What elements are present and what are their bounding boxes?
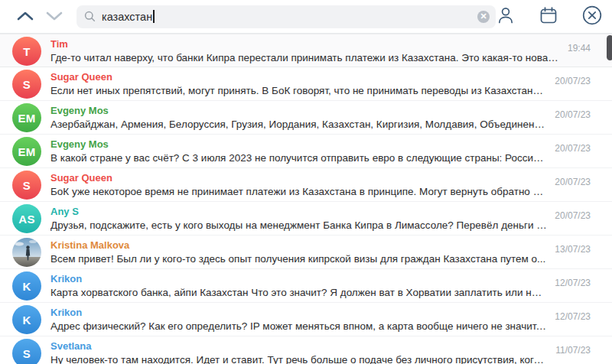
message-date: 20/07/23 (555, 210, 591, 235)
message-preview: Если нет иных препятствий, могут принять… (50, 83, 547, 98)
search-input[interactable]: казахстан ✕ (76, 5, 496, 28)
search-by-date-button[interactable] (539, 5, 558, 28)
search-header: казахстан ✕ (0, 0, 612, 34)
search-icon (84, 11, 96, 22)
chevron-down-icon (44, 9, 64, 24)
search-result-row[interactable]: K Krikon Адрес физический? Как его опред… (0, 303, 612, 336)
search-query-text: казахстан (102, 11, 152, 23)
message-date: 20/07/23 (555, 177, 591, 201)
search-result-row[interactable]: S Sugar Queen Если нет иных препятствий,… (0, 67, 612, 101)
avatar: EM (12, 137, 41, 166)
sender-name: Evgeny Mos (50, 104, 547, 117)
message-preview: Где-то читал наверху, что банки Кипра пе… (50, 50, 560, 65)
avatar: EM (12, 103, 41, 132)
message-date: 13/07/23 (555, 244, 591, 268)
message-date: 20/07/23 (555, 143, 591, 167)
message-preview: Азербайджан, Армения, Белоруссия, Грузия… (50, 117, 547, 132)
sender-name: Sugar Queen (50, 70, 547, 83)
message-preview: БоК уже некоторое время не принимает пла… (50, 184, 547, 199)
text-caret (153, 10, 155, 23)
header-actions (496, 5, 604, 28)
message-preview: Всем привет! Был ли у кого-то здесь опыт… (50, 252, 547, 266)
avatar: K (12, 271, 41, 301)
message-date: 20/07/23 (555, 76, 591, 100)
search-result-row[interactable]: S Sugar Queen БоК уже некоторое время не… (0, 168, 612, 202)
close-search-button[interactable] (581, 5, 603, 28)
message-date: 11/07/23 (555, 345, 591, 364)
calendar-icon (539, 5, 558, 28)
search-result-row[interactable]: T Tim Где-то читал наверху, что банки Ки… (0, 34, 612, 67)
search-result-row[interactable]: Kristina Malkova Всем привет! Был ли у к… (0, 236, 612, 269)
search-prev-button[interactable] (11, 9, 40, 24)
search-next-button[interactable] (40, 9, 69, 24)
search-results-list: T Tim Где-то читал наверху, что банки Ки… (0, 34, 612, 364)
sender-name: Any S (50, 205, 547, 218)
search-result-row[interactable]: EM Evgeny Mos В какой стране у вас счёт?… (0, 135, 612, 168)
close-circle-icon (581, 5, 603, 28)
search-results-panel: казахстан ✕ T (0, 0, 612, 364)
message-date: 12/07/23 (555, 278, 591, 302)
message-date: 12/07/23 (555, 311, 591, 336)
search-result-row[interactable]: S Svetlana Ну человек-то там находится. … (0, 336, 612, 364)
message-preview: Карта хорватского банка, айпи Казахстан … (50, 285, 547, 300)
clear-search-button[interactable]: ✕ (477, 11, 490, 23)
sender-name: Krikon (50, 272, 547, 285)
avatar: K (12, 305, 41, 334)
search-result-row[interactable]: AS Any S Друзья, подскажите, есть у кого… (0, 202, 612, 236)
message-preview: Адрес физический? Как его определить? IP… (50, 319, 547, 333)
avatar: S (12, 70, 41, 99)
search-result-row[interactable]: EM Evgeny Mos Азербайджан, Армения, Бело… (0, 101, 612, 135)
avatar: S (12, 171, 41, 200)
search-result-row[interactable]: K Krikon Карта хорватского банка, айпи К… (0, 269, 612, 303)
message-date: 19:44 (568, 43, 591, 67)
avatar: S (12, 339, 41, 364)
person-icon (496, 5, 516, 28)
avatar: AS (12, 204, 41, 233)
avatar (12, 238, 41, 267)
sender-name: Krikon (50, 306, 547, 319)
sender-name: Svetlana (50, 340, 548, 353)
sender-name: Tim (50, 37, 560, 50)
scrollbar-thumb[interactable] (607, 35, 612, 60)
message-date: 20/07/23 (555, 109, 591, 134)
message-preview: В какой стране у вас счёт? С 3 июля 2023… (50, 151, 547, 165)
search-by-user-button[interactable] (496, 5, 516, 28)
sender-name: Evgeny Mos (50, 138, 547, 151)
message-preview: Друзья, подскажите, есть у кого выходы н… (50, 218, 547, 232)
avatar: T (12, 37, 41, 66)
chevron-up-icon (15, 9, 35, 24)
message-preview: Ну человек-то там находится. Идет и став… (50, 353, 548, 364)
sender-name: Kristina Malkova (50, 239, 547, 252)
profile-photo (12, 238, 41, 267)
sender-name: Sugar Queen (50, 171, 547, 184)
